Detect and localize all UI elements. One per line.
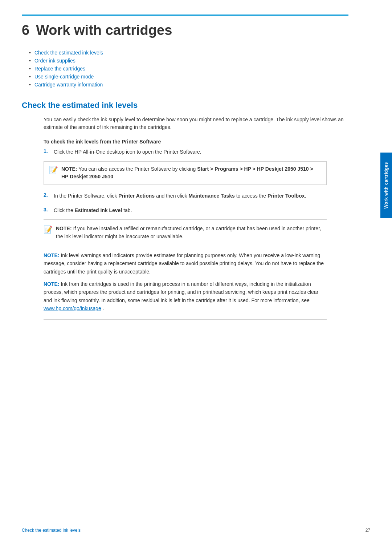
step-2: 2. In the Printer Software, click Printe… [44,192,348,200]
step-3: 3. Click the Estimated Ink Level tab. [44,207,348,215]
step-3-number: 3. [44,207,50,212]
step-1-number: 1. [44,148,50,154]
toc-link-3[interactable]: Replace the cartridges [34,66,85,72]
note3-text: Ink from the cartridges is used in the p… [44,281,318,303]
toc-item-1: Check the estimated ink levels [29,50,348,56]
note-block-2: NOTE: Ink level warnings and indicators … [44,251,327,276]
step-3-text: Click the Estimated Ink Level tab. [54,207,348,215]
toc-item-5: Cartridge warranty information [29,82,348,88]
note1-label: NOTE: [56,226,72,231]
page-footer: Check the estimated ink levels 27 [0,524,392,533]
toc-item-4: Use single-cartridge mode [29,74,348,80]
chapter-header: 6Work with cartridges [22,15,348,39]
inkusage-link[interactable]: www.hp.com/go/inkusage [44,305,101,311]
note-box-label: NOTE: [61,166,77,172]
note2-label: NOTE: [44,252,60,258]
toc-link-5[interactable]: Cartridge warranty information [34,82,103,88]
note-box-content: NOTE: You can also access the Printer So… [61,165,321,181]
section-intro: You can easily check the ink supply leve… [44,116,348,131]
note3-text-after: . [103,305,104,311]
note-icon-1: 📝 [49,166,58,174]
note1-content: NOTE: If you have installed a refilled o… [56,225,327,240]
step-2-number: 2. [44,192,50,198]
footer-left: Check the estimated ink levels [22,528,81,533]
toc-link-1[interactable]: Check the estimated ink levels [34,50,103,56]
steps-list: 1. Click the HP All-in-One desktop icon … [22,148,348,156]
side-tab-label: Work with cartridges [384,162,389,208]
note-box-step1: 📝 NOTE: You can also access the Printer … [44,161,327,185]
note-box-text: You can also access the Printer Software… [61,166,313,180]
divider-1 [44,219,327,220]
section-heading: Check the estimated ink levels [22,101,348,110]
toc-link-2[interactable]: Order ink supplies [34,58,75,64]
side-tab-wrapper: Work with cartridges [380,153,392,218]
note1-text: If you have installed a refilled or rema… [56,226,321,239]
step-1: 1. Click the HP All-in-One desktop icon … [44,148,348,156]
note-inline-1: 📝 NOTE: If you have installed a refilled… [44,225,327,240]
step-2-text: In the Printer Software, click Printer A… [54,192,348,200]
footer-right: 27 [366,528,370,533]
step-1-text: Click the HP All-in-One desktop icon to … [54,148,348,156]
page-container: 6Work with cartridges Check the estimate… [0,0,392,543]
steps-list-3: 3. Click the Estimated Ink Level tab. [22,205,348,215]
sub-heading: To check the ink levels from the Printer… [44,139,348,145]
chapter-title: Work with cartridges [36,23,172,38]
toc-link-4[interactable]: Use single-cartridge mode [34,74,94,80]
steps-list-2: 2. In the Printer Software, click Printe… [22,191,348,200]
chapter-number: 6 [22,23,29,38]
note3-label: NOTE: [44,281,60,287]
toc-item-3: Replace the cartridges [29,66,348,72]
note-icon-2: 📝 [44,225,52,234]
divider-2 [44,246,327,246]
main-content: 6Work with cartridges Check the estimate… [0,0,370,543]
toc-item-2: Order ink supplies [29,58,348,64]
note-block-3: NOTE: Ink from the cartridges is used in… [44,280,327,313]
divider-3 [44,319,327,320]
note2-text: Ink level warnings and indicators provid… [44,252,324,275]
toc-list: Check the estimated ink levels Order ink… [22,50,348,88]
sub-heading-text: To check the ink levels from the Printer… [44,139,161,145]
